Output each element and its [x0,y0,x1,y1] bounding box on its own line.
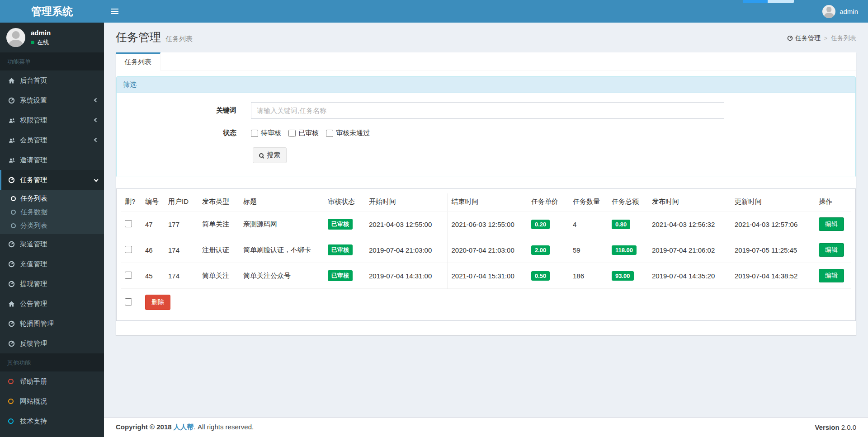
sidebar-user-avatar [6,28,25,47]
delete-button[interactable]: 删除 [145,295,170,310]
sidebar-item-permissions[interactable]: 权限管理 [0,110,104,130]
sidebar: admin 在线 功能菜单 后台首页 系统设置 权限管理 会员管理 邀请管理 [0,23,104,437]
cell-update: 2019-07-05 11:25:45 [731,237,815,263]
sidebar-toggle-button[interactable] [104,0,125,23]
circle-icon [11,223,16,228]
cell-count: 186 [569,263,608,289]
sidebar-item-system-settings[interactable]: 系统设置 [0,90,104,110]
tab-task-list[interactable]: 任务列表 [116,52,160,70]
status-checkbox-pending[interactable]: 待审核 [251,129,281,137]
chevron-left-icon [94,118,98,122]
row-checkbox[interactable] [125,246,132,253]
top-navbar: admin [104,0,868,23]
circle-icon-red [8,379,20,384]
cell-type: 简单关注 [198,263,240,289]
browser-overlay-artifact [743,0,794,3]
user-menu-name: admin [840,8,858,15]
col-start: 开始时间 [365,193,448,211]
sidebar-item-channels[interactable]: 渠道管理 [0,234,104,254]
footer-version-value: 2.0.0 [841,423,856,431]
cell-id: 47 [142,211,165,237]
footer-rights: . All rights reserved. [194,423,254,431]
filter-panel-title: 筛选 [117,77,855,93]
edit-button[interactable]: 编辑 [819,217,844,231]
sidebar-item-withdraw[interactable]: 提现管理 [0,274,104,294]
page-subtitle: 任务列表 [165,35,193,43]
edit-button[interactable]: 编辑 [819,243,844,257]
submenu-item-task-data[interactable]: 任务数据 [0,205,104,219]
status-checkbox-approved[interactable]: 已审核 [288,129,319,137]
sidebar-item-feedback[interactable]: 反馈管理 [0,334,104,353]
cell-end: 2020-07-04 21:03:00 [448,237,528,263]
submenu-item-task-list[interactable]: 任务列表 [0,192,104,205]
row-checkbox[interactable] [125,272,132,279]
status-badge: 已审核 [328,219,353,230]
users-icon [8,157,20,164]
checkbox-approved[interactable] [288,130,296,137]
footer: Copyright © 2018人人帮. All rights reserved… [104,417,868,437]
sidebar-item-site-overview[interactable]: 网站概况 [0,391,104,411]
edit-button[interactable]: 编辑 [819,269,844,282]
cell-publish: 2019-07-04 14:35:20 [648,263,731,289]
keyword-input[interactable] [251,102,724,119]
col-update: 更新时间 [731,193,815,211]
sidebar-item-announcements[interactable]: 公告管理 [0,294,104,314]
sidebar-item-tasks[interactable]: 任务管理 [0,170,104,190]
table-action-row: 删除 [121,289,851,316]
cell-id: 46 [142,237,165,263]
cell-user-id: 177 [165,211,198,237]
page-title: 任务管理 [116,30,161,45]
total-badge: 118.00 [612,245,637,255]
cell-start: 2019-07-04 21:03:00 [365,237,448,263]
sidebar-item-banners[interactable]: 轮播图管理 [0,314,104,334]
submenu-item-category-list[interactable]: 分类列表 [0,219,104,232]
search-button[interactable]: 搜索 [253,147,287,163]
content-body: 任务列表 筛选 关键词 [104,45,868,417]
col-publish: 发布时间 [648,193,731,211]
cell-update: 2021-04-03 12:57:06 [731,211,815,237]
app-logo[interactable]: 管理系统 [0,0,104,23]
sidebar-item-tech-support[interactable]: 技术支持 [0,411,104,431]
footer-copyright: Copyright © 2018 [116,423,172,431]
gauge-icon [8,177,20,183]
users-icon [8,137,20,144]
status-badge: 已审核 [328,244,353,255]
total-badge: 0.80 [612,220,630,229]
col-id: 编号 [142,193,165,211]
breadcrumb-parent[interactable]: 任务管理 [787,34,821,42]
top-header: 管理系统 admin [0,0,868,23]
select-all-checkbox[interactable] [125,298,132,305]
circle-icon [11,196,16,201]
checkbox-rejected[interactable] [326,130,333,137]
status-label: 状态 [126,129,236,137]
online-status-icon [31,41,34,44]
row-checkbox[interactable] [125,220,132,227]
table-row: 45 174 简单关注 简单关注公众号 已审核 2019-07-04 14:31… [121,263,851,289]
cell-publish: 2021-04-03 12:56:32 [648,211,731,237]
col-type: 发布类型 [198,193,240,211]
home-icon [8,77,20,84]
table-row: 46 174 注册认证 简单刷脸认证，不绑卡 已审核 2019-07-04 21… [121,237,851,263]
sidebar-item-home[interactable]: 后台首页 [0,70,104,90]
cell-id: 45 [142,263,165,289]
table-header-row: 删? 编号 用户ID 发布类型 标题 审核状态 开始时间 结束时间 任务单价 [121,193,851,211]
cell-user-id: 174 [165,263,198,289]
tabs-box: 任务列表 筛选 关键词 [116,52,856,335]
footer-brand-link[interactable]: 人人帮 [174,423,194,431]
status-checkbox-rejected[interactable]: 审核未通过 [326,129,370,137]
content-header: 任务管理 任务列表 任务管理 > 任务列表 [104,23,868,45]
cell-update: 2019-07-04 14:38:52 [731,263,815,289]
cell-count: 59 [569,237,608,263]
circle-icon-orange [8,399,20,404]
sidebar-item-help-manual[interactable]: 帮助手册 [0,371,104,391]
sidebar-user-panel: admin 在线 [0,23,104,52]
sidebar-item-invites[interactable]: 邀请管理 [0,150,104,170]
user-menu[interactable]: admin [817,0,863,23]
checkbox-pending[interactable] [251,130,258,137]
sidebar-item-members[interactable]: 会员管理 [0,130,104,150]
task-table: 删? 编号 用户ID 发布类型 标题 审核状态 开始时间 结束时间 任务单价 [121,193,851,316]
users-icon [8,117,20,124]
sidebar-item-recharge[interactable]: 充值管理 [0,254,104,274]
col-end: 结束时间 [448,193,528,211]
gauge-icon [8,340,20,347]
